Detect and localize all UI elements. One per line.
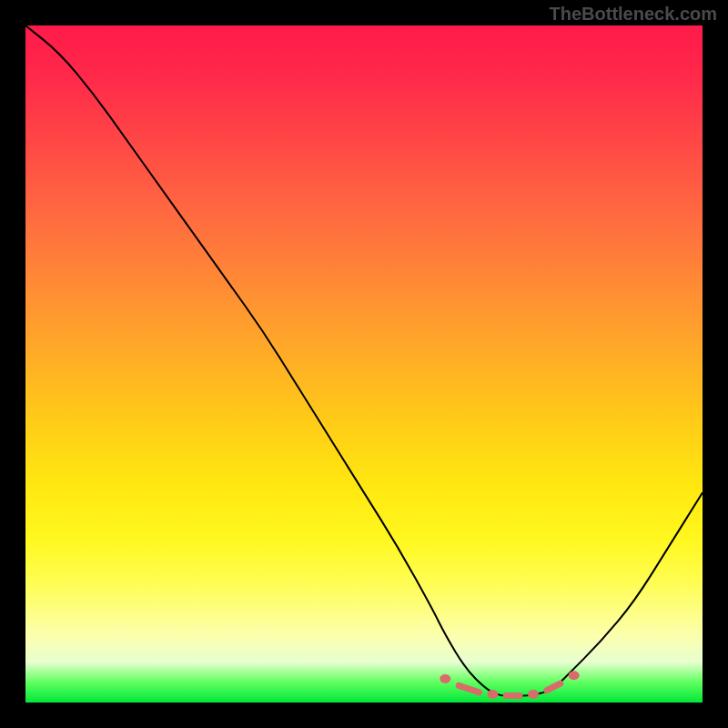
chart-svg <box>25 25 703 703</box>
watermark-text: TheBottleneck.com <box>550 4 717 25</box>
bottleneck-curve-line <box>25 25 703 696</box>
marker-dot <box>528 690 539 699</box>
chart-plot-area <box>25 25 703 703</box>
marker-dot <box>440 674 450 683</box>
marker-dot <box>487 690 498 699</box>
marker-dash <box>459 685 479 692</box>
curve-markers <box>440 671 579 699</box>
marker-dash <box>547 683 561 690</box>
marker-dot <box>569 671 580 680</box>
